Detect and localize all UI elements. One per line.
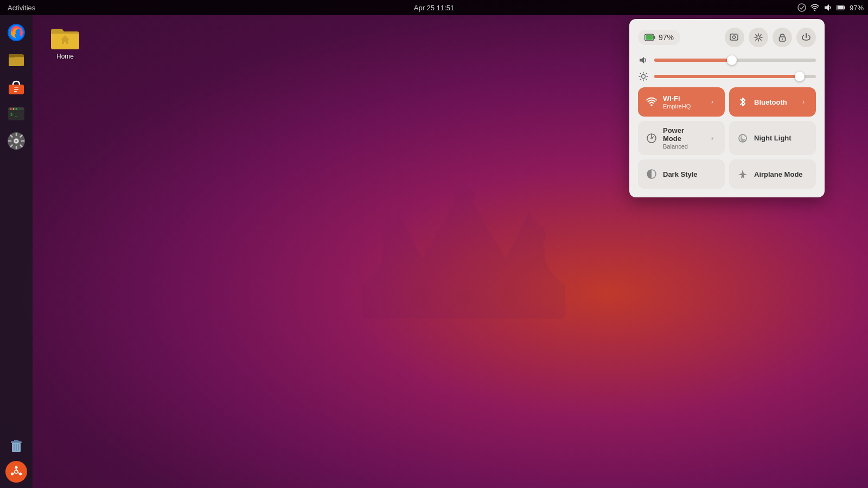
svg-point-62	[650, 104, 653, 106]
topbar-datetime: Apr 25 11:51	[414, 4, 454, 12]
svg-rect-23	[9, 57, 24, 66]
topbar-right: 97%	[797, 3, 864, 12]
night-light-tile-icon	[737, 132, 749, 144]
svg-point-16	[814, 10, 815, 11]
svg-rect-19	[844, 7, 845, 9]
night-light-tile-label: Night Light	[754, 134, 808, 142]
power-mode-tile-label: Power Mode	[663, 126, 702, 143]
battery-pct-label: 97%	[850, 4, 864, 12]
wifi-tray-icon[interactable]	[810, 3, 819, 12]
settings-button[interactable]	[749, 28, 768, 47]
dark-style-tile-label: Dark Style	[663, 170, 717, 178]
svg-rect-41	[14, 440, 18, 442]
bluetooth-tile-text: Bluetooth	[754, 98, 793, 106]
dock-item-settings[interactable]	[4, 129, 28, 153]
svg-rect-26	[14, 87, 18, 88]
svg-point-61	[642, 75, 646, 79]
volume-slider[interactable]	[654, 59, 816, 62]
svg-point-12	[525, 224, 546, 246]
svg-point-8	[500, 289, 518, 307]
desktop: Activities Apr 25 11:51	[0, 0, 868, 488]
svg-point-7	[455, 289, 473, 307]
crown-watermark	[315, 136, 613, 352]
battery-pct-qs: 97%	[659, 33, 674, 42]
svg-point-33	[16, 108, 17, 110]
wifi-tile-sublabel: EmpireHQ	[663, 103, 702, 110]
home-folder-icon[interactable]: Home	[43, 24, 87, 60]
wifi-tile-text: Wi-Fi EmpireHQ	[663, 94, 702, 110]
svg-rect-24	[9, 54, 15, 57]
svg-point-57	[757, 36, 760, 39]
dock-item-app-center[interactable]	[4, 75, 28, 99]
svg-rect-51	[654, 36, 655, 38]
volume-tray-icon[interactable]	[824, 3, 832, 12]
topbar-left: Activities	[4, 4, 39, 12]
svg-point-46	[15, 466, 18, 469]
svg-point-32	[13, 108, 15, 110]
dock-item-files[interactable]	[4, 48, 28, 72]
svg-rect-55	[731, 33, 733, 35]
svg-point-47	[19, 473, 22, 476]
svg-marker-17	[825, 4, 829, 11]
brightness-slider[interactable]	[654, 75, 816, 78]
svg-point-6	[410, 289, 428, 307]
night-light-tile-text: Night Light	[754, 134, 808, 142]
svg-point-38	[15, 140, 17, 142]
power-mode-tile[interactable]: Power Mode Balanced ›	[638, 121, 725, 155]
volume-slider-icon	[638, 55, 649, 66]
airplane-mode-tile-icon	[737, 168, 749, 180]
bluetooth-tile-arrow[interactable]: ›	[799, 97, 808, 107]
bluetooth-tile[interactable]: Bluetooth ›	[729, 87, 816, 117]
svg-point-15	[798, 4, 806, 11]
svg-point-54	[733, 36, 736, 38]
svg-point-59	[782, 38, 783, 40]
qs-tiles-grid: Wi-Fi EmpireHQ › Bluetooth ›	[638, 87, 816, 189]
svg-rect-52	[646, 35, 653, 40]
dock-item-terminal[interactable]: $ _	[4, 102, 28, 126]
brightness-slider-row	[638, 71, 816, 82]
dark-style-tile-icon	[646, 168, 658, 180]
svg-point-31	[10, 108, 12, 110]
dock-item-trash[interactable]	[4, 434, 28, 458]
airplane-mode-tile[interactable]: Airplane Mode	[729, 159, 816, 189]
svg-marker-60	[640, 57, 644, 63]
screenshot-button[interactable]	[725, 28, 744, 47]
airplane-mode-tile-text: Airplane Mode	[754, 170, 808, 178]
wifi-tile-icon	[646, 96, 658, 108]
qs-top-row: 97%	[638, 28, 816, 47]
bluetooth-tile-icon	[737, 96, 749, 108]
power-mode-tile-sublabel: Balanced	[663, 143, 702, 150]
svg-rect-53	[730, 34, 738, 40]
battery-tray-icon[interactable]	[837, 3, 845, 12]
dock: $ _	[0, 15, 33, 488]
svg-point-48	[11, 473, 14, 476]
svg-rect-20	[838, 6, 844, 9]
volume-slider-row	[638, 55, 816, 66]
svg-point-11	[381, 224, 403, 246]
wifi-tile-arrow[interactable]: ›	[707, 97, 717, 107]
svg-rect-28	[14, 91, 17, 92]
dock-item-firefox[interactable]	[4, 21, 28, 44]
svg-marker-13	[386, 216, 395, 226]
check-tray-icon[interactable]	[797, 3, 806, 12]
wifi-tile[interactable]: Wi-Fi EmpireHQ ›	[638, 87, 725, 117]
dark-style-tile[interactable]: Dark Style	[638, 159, 725, 189]
home-label: Home	[56, 53, 74, 60]
wifi-tile-label: Wi-Fi	[663, 94, 702, 102]
svg-rect-27	[14, 89, 18, 90]
battery-button[interactable]: 97%	[638, 30, 680, 45]
svg-point-2	[453, 185, 475, 207]
svg-point-56	[737, 34, 738, 35]
topbar: Activities Apr 25 11:51	[0, 0, 868, 15]
power-button[interactable]	[796, 28, 816, 47]
night-light-tile[interactable]: Night Light	[729, 121, 816, 155]
bluetooth-tile-label: Bluetooth	[754, 98, 793, 106]
svg-text:$ _: $ _	[10, 112, 17, 117]
activities-button[interactable]: Activities	[4, 4, 39, 12]
power-mode-tile-arrow[interactable]: ›	[707, 133, 717, 143]
dark-style-tile-text: Dark Style	[663, 170, 717, 178]
power-mode-tile-icon	[646, 132, 658, 144]
dock-item-ubuntu[interactable]	[5, 461, 27, 483]
lock-button[interactable]	[773, 28, 792, 47]
airplane-mode-tile-label: Airplane Mode	[754, 170, 808, 178]
